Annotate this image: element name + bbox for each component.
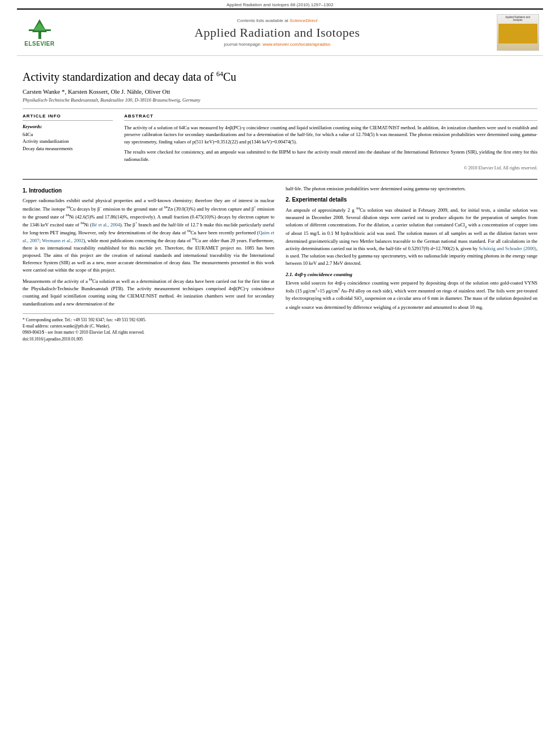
thumb-yellow-block: [498, 24, 537, 43]
section1-paragraph2: Measurements of the activity of a 64Cu s…: [23, 277, 274, 308]
section2-1-heading: 2.1. 4πβ-γ coincidence counting: [286, 272, 537, 277]
section2-1-paragraph: Eleven solid sources for 4πβ-γ coinciden…: [286, 279, 537, 311]
abstract-text: The activity of a solution of 64Cu was m…: [124, 124, 537, 163]
elsevier-logo-box: ELSEVIER: [24, 18, 55, 47]
section2-paragraph: An ampoule of approximately 2 g 64Cu sol…: [286, 206, 537, 268]
keyword-3: Decay data measurements: [23, 145, 113, 152]
journal-title: Applied Radiation and Isotopes: [62, 25, 492, 40]
journal-thumbnail: Applied Radiation andIsotopes: [497, 14, 539, 51]
section2-heading: 2. Experimental details: [286, 196, 537, 203]
body-left-column: 1. Introduction Copper radionuclides exh…: [23, 185, 274, 342]
elsevier-tree-icon: [24, 18, 55, 41]
footnote-email: E-mail address: carsten.wanke@ptb.de (C.…: [23, 323, 274, 329]
journal-header-center: Contents lists available at ScienceDirec…: [62, 18, 492, 47]
keywords-label: Keywords:: [23, 124, 113, 129]
keyword-2: Activity standardization: [23, 138, 113, 145]
footnotes-section: * Corresponding author. Tel.: +49 531 59…: [23, 313, 274, 342]
thumb-title-text: Applied Radiation andIsotopes: [505, 16, 530, 21]
section1-continuation: half-life. The photon emission probabili…: [286, 185, 537, 193]
abstract-heading: ABSTRACT: [124, 113, 537, 121]
abstract-paragraph-1: The activity of a solution of 64Cu was m…: [124, 124, 537, 146]
keywords-list: 64Cu Activity standardization Decay data…: [23, 131, 113, 152]
keyword-1: 64Cu: [23, 131, 113, 138]
svg-rect-4: [29, 29, 34, 31]
article-meta-section: ARTICLE INFO Keywords: 64Cu Activity sta…: [23, 108, 537, 171]
journal-header-right: Applied Radiation andIsotopes: [492, 14, 543, 51]
ref-be-link[interactable]: Bé et al., 2004: [91, 221, 120, 227]
journal-homepage-link[interactable]: www.elsevier.com/locate/apradiso: [262, 42, 330, 47]
abstract-paragraph-2: The results were checked for consistency…: [124, 148, 537, 163]
authors-line: Carsten Wanke *, Karsten Kossert, Ole J.…: [23, 88, 537, 95]
citation-text: Applied Radiation and Isotopes 68 (2010)…: [226, 2, 333, 7]
svg-rect-1: [38, 32, 41, 39]
article-info-heading: ARTICLE INFO: [23, 113, 113, 121]
article-title: Activity standardization and decay data …: [23, 70, 537, 84]
footnote-corresponding: * Corresponding author. Tel.: +49 531 59…: [23, 317, 274, 323]
citation-bar: Applied Radiation and Isotopes 68 (2010)…: [0, 0, 560, 8]
svg-rect-5: [45, 29, 51, 31]
elsevier-text: ELSEVIER: [24, 41, 54, 47]
sciencedirect-link[interactable]: ScienceDirect: [290, 18, 317, 23]
footnote-doi: doi:10.1016/j.apradiso.2010.01.005: [23, 336, 274, 342]
body-columns: 1. Introduction Copper radionuclides exh…: [23, 179, 537, 342]
section1-heading: 1. Introduction: [23, 187, 274, 194]
body-right-column: half-life. The photon emission probabili…: [286, 185, 537, 342]
page-wrapper: Applied Radiation and Isotopes 68 (2010)…: [0, 0, 560, 747]
copyright-line: © 2010 Elsevier Ltd. All rights reserved…: [124, 165, 537, 171]
article-info-column: ARTICLE INFO Keywords: 64Cu Activity sta…: [23, 113, 113, 171]
journal-homepage-line: journal homepage: www.elsevier.com/locat…: [62, 42, 492, 47]
journal-header: ELSEVIER Contents lists available at Sci…: [17, 8, 543, 56]
journal-header-left: ELSEVIER: [17, 18, 62, 47]
ref-schotzig-link[interactable]: Schötzig and Schrader (2000): [479, 246, 536, 251]
affiliation-line: Physikalisch-Technische Bundesanstalt, B…: [23, 97, 537, 103]
ref-wermann-link[interactable]: Wermann et al., 2002: [42, 237, 83, 243]
main-content: Activity standardization and decay data …: [0, 56, 560, 353]
abstract-column: ABSTRACT The activity of a solution of 6…: [124, 113, 537, 171]
footnote-issn: 0969-8043/$ - see front matter © 2010 El…: [23, 329, 274, 335]
contents-line: Contents lists available at ScienceDirec…: [62, 18, 492, 23]
section1-paragraph1: Copper radionuclides exhibit useful phys…: [23, 197, 274, 274]
